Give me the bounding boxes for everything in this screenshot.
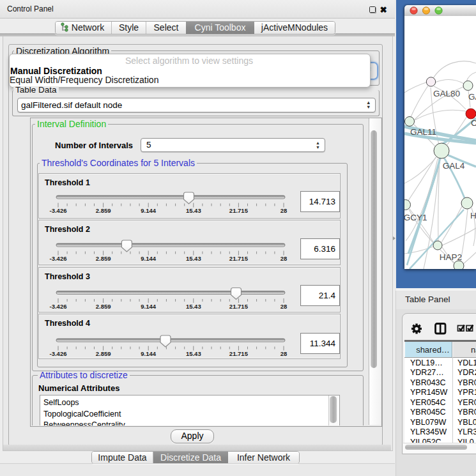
svg-text:2.859: 2.859: [96, 302, 111, 309]
svg-text:15.43: 15.43: [186, 207, 201, 214]
svg-text:28: 28: [280, 302, 288, 309]
svg-text:Threshold 3: Threshold 3: [45, 272, 90, 281]
svg-text:21.715: 21.715: [229, 207, 249, 214]
svg-text:15.43: 15.43: [186, 302, 201, 309]
svg-text:GAL11: GAL11: [410, 127, 436, 137]
svg-text:15.43: 15.43: [186, 255, 201, 262]
svg-text:21.715: 21.715: [229, 255, 249, 262]
svg-text:Threshold 2: Threshold 2: [45, 225, 90, 234]
svg-text:GAL4: GAL4: [443, 161, 465, 171]
svg-text:15.43: 15.43: [186, 350, 201, 357]
svg-text:21.715: 21.715: [229, 350, 249, 357]
svg-text:C: C: [471, 118, 476, 128]
svg-text:GA: GA: [468, 92, 476, 102]
svg-text:2.859: 2.859: [96, 207, 111, 214]
svg-text:Threshold 4: Threshold 4: [45, 319, 90, 328]
svg-text:Threshold 1: Threshold 1: [45, 178, 90, 187]
svg-text:H: H: [470, 211, 476, 220]
svg-text:9.144: 9.144: [141, 350, 156, 357]
svg-text:GCY1: GCY1: [404, 213, 427, 222]
svg-text:28: 28: [280, 207, 288, 214]
svg-text:-3.426: -3.426: [50, 350, 67, 357]
svg-text:2.859: 2.859: [96, 350, 111, 357]
svg-text:9.144: 9.144: [141, 207, 156, 214]
svg-text:21.715: 21.715: [229, 302, 249, 309]
svg-text:2.859: 2.859: [96, 255, 111, 262]
svg-text:28: 28: [280, 350, 288, 357]
svg-text:GAL80: GAL80: [433, 89, 460, 98]
svg-text:HAP2: HAP2: [440, 252, 462, 262]
svg-text:28: 28: [280, 255, 288, 262]
svg-text:-3.426: -3.426: [50, 255, 67, 262]
svg-text:-3.426: -3.426: [50, 302, 67, 309]
svg-text:-3.426: -3.426: [50, 207, 67, 214]
svg-text:9.144: 9.144: [141, 302, 156, 309]
svg-text:9.144: 9.144: [141, 255, 156, 262]
